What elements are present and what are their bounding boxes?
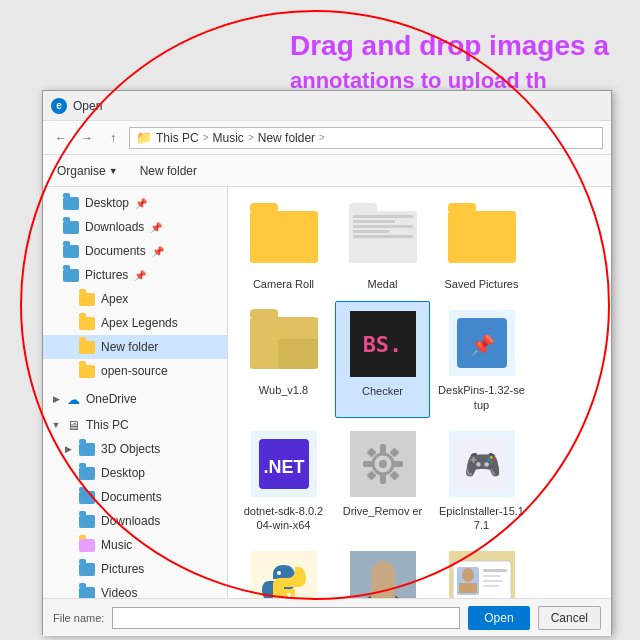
sidebar-item-pc-pictures[interactable]: Pictures [43, 557, 227, 581]
3dobjects-arrow: ▶ [63, 444, 73, 454]
file-item-larry[interactable]: LARRY [434, 542, 529, 598]
path-part-newfolder[interactable]: New folder [258, 131, 315, 145]
checker-bs-icon: BS. [350, 311, 416, 377]
organise-button[interactable]: Organise ▼ [51, 162, 124, 180]
pin-icon-downloads: 📌 [150, 222, 162, 233]
svg-rect-29 [483, 575, 501, 577]
svg-text:.NET: .NET [263, 457, 304, 477]
saved-pictures-folder-icon [448, 211, 516, 263]
new-folder-button[interactable]: New folder [134, 162, 203, 180]
dotnet-thumb: .NET [248, 428, 320, 500]
sidebar-item-apex[interactable]: Apex [43, 287, 227, 311]
sidebar-item-new-folder[interactable]: New folder [43, 335, 227, 359]
cancel-button[interactable]: Cancel [538, 606, 601, 630]
file-view: Camera Roll Medal [228, 187, 611, 598]
file-item-drive-remover[interactable]: Drive_Remov er [335, 422, 430, 539]
pc-videos-folder-icon [79, 587, 95, 599]
svg-point-17 [277, 571, 281, 575]
dotnet-label: dotnet-sdk-8.0.2 04-win-x64 [240, 504, 327, 533]
camera-roll-folder-icon [250, 211, 318, 263]
svg-rect-9 [393, 461, 403, 467]
svg-rect-27 [459, 583, 477, 593]
pc-pictures-folder-icon [79, 563, 95, 576]
open-dialog: e Open ← → ↑ 📁 This PC > Music > New fol… [42, 90, 612, 635]
pictures-folder-icon [63, 269, 79, 282]
camera-roll-label: Camera Roll [253, 277, 314, 291]
sidebar-item-downloads[interactable]: Downloads 📌 [43, 215, 227, 239]
ffsfsfae-photo [350, 551, 416, 598]
documents-folder-icon [63, 245, 79, 258]
sidebar-item-documents[interactable]: Documents 📌 [43, 239, 227, 263]
sidebar-label-pc-desktop: Desktop [101, 466, 145, 480]
sidebar-item-pc-desktop[interactable]: Desktop [43, 461, 227, 485]
saved-pictures-label: Saved Pictures [445, 277, 519, 291]
larry-photo [449, 551, 515, 598]
onedrive-icon: ☁ [67, 392, 80, 407]
sidebar-item-pc-downloads[interactable]: Downloads [43, 509, 227, 533]
sidebar-label-new-folder: New folder [101, 340, 158, 354]
file-item-epic[interactable]: 🎮 EpicInstaller-15.1 7.1 [434, 422, 529, 539]
deskpins-svg: 📌 [455, 316, 509, 370]
file-grid: Camera Roll Medal [236, 195, 603, 598]
back-button[interactable]: ← [51, 128, 71, 148]
dialog-title: Open [73, 99, 603, 113]
checker-thumb: BS. [347, 308, 419, 380]
sidebar-label-downloads: Downloads [85, 220, 144, 234]
sidebar-item-pc-documents[interactable]: Documents [43, 485, 227, 509]
address-path[interactable]: 📁 This PC > Music > New folder > [129, 127, 603, 149]
file-item-checker[interactable]: BS. Checker [335, 301, 430, 418]
wub-label: Wub_v1.8 [259, 383, 308, 397]
deskpins-icon: 📌 [449, 310, 515, 376]
thispc-tree-arrow: ▼ [51, 420, 61, 430]
sidebar-label-open-source: open-source [101, 364, 168, 378]
medal-thumb [347, 201, 419, 273]
sidebar-item-pc-videos[interactable]: Videos [43, 581, 227, 598]
sidebar-item-3dobjects[interactable]: ▶ 3D Objects [43, 437, 227, 461]
open-button[interactable]: Open [468, 606, 529, 630]
svg-point-26 [462, 568, 474, 582]
sidebar-item-thispc[interactable]: ▼ 🖥 This PC [43, 413, 227, 437]
file-item-dotnet[interactable]: .NET dotnet-sdk-8.0.2 04-win-x64 [236, 422, 331, 539]
open-source-folder-icon [79, 365, 95, 378]
forward-button[interactable]: → [77, 128, 97, 148]
toolbar: Organise ▼ New folder [43, 155, 611, 187]
svg-point-5 [379, 460, 387, 468]
epic-svg: 🎮 [455, 437, 509, 491]
content-area: Desktop 📌 Downloads 📌 Documents 📌 Pictur… [43, 187, 611, 598]
file-name-input[interactable] [112, 607, 460, 629]
sidebar-item-apex-legends[interactable]: Apex Legends [43, 311, 227, 335]
file-item-wub[interactable]: Wub_v1.8 [236, 301, 331, 418]
epic-thumb: 🎮 [446, 428, 518, 500]
svg-rect-22 [371, 581, 395, 598]
larry-thumb [446, 548, 518, 598]
desktop-folder-icon [63, 197, 79, 210]
file-item-deskpins[interactable]: 📌 DeskPins-1.32-se tup [434, 301, 529, 418]
sidebar-item-open-source[interactable]: open-source [43, 359, 227, 383]
svg-point-18 [287, 593, 291, 597]
sidebar-item-pc-music[interactable]: Music [43, 533, 227, 557]
pc-desktop-folder-icon [79, 467, 95, 480]
organise-arrow-icon: ▼ [109, 166, 118, 176]
new-folder-label: New folder [140, 164, 197, 178]
file-item-medal[interactable]: Medal [335, 195, 430, 297]
camera-roll-thumb [248, 201, 320, 273]
sidebar-label-desktop: Desktop [85, 196, 129, 210]
file-item-saved-pictures[interactable]: Saved Pictures [434, 195, 529, 297]
downloads-folder-icon [63, 221, 79, 234]
sidebar-item-desktop[interactable]: Desktop 📌 [43, 191, 227, 215]
title-bar: e Open [43, 91, 611, 121]
dotnet-svg: .NET [257, 437, 311, 491]
sidebar-item-pictures[interactable]: Pictures 📌 [43, 263, 227, 287]
file-item-camera-roll[interactable]: Camera Roll [236, 195, 331, 297]
file-item-ffsfsfae[interactable]: ffsfsfae [335, 542, 430, 598]
apex-legends-folder-icon [79, 317, 95, 330]
up-button[interactable]: ↑ [103, 128, 123, 148]
sidebar-item-onedrive[interactable]: ▶ ☁ OneDrive [43, 387, 227, 411]
file-item-eth[interactable]: eth [236, 542, 331, 598]
path-part-music[interactable]: Music [213, 131, 244, 145]
address-bar: ← → ↑ 📁 This PC > Music > New folder > [43, 121, 611, 155]
pc-documents-folder-icon [79, 491, 95, 504]
path-part-thispc[interactable]: This PC [156, 131, 199, 145]
pc-downloads-folder-icon [79, 515, 95, 528]
svg-text:🎮: 🎮 [463, 447, 501, 483]
